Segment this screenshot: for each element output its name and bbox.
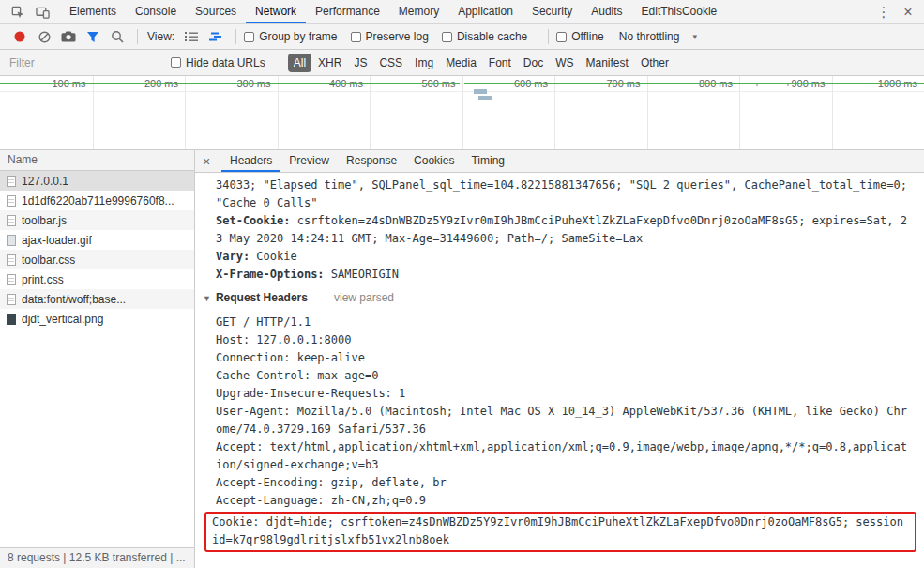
close-details-icon[interactable]: × [203, 154, 220, 169]
tab-network[interactable]: Network [246, 0, 306, 23]
checkbox-box [556, 32, 567, 42]
dom-load-line [464, 83, 924, 84]
filter-pill-group: AllXHRJSCSSImgMediaFontDocWSManifestOthe… [288, 54, 675, 72]
disclosure-triangle-icon: ▼ [203, 294, 211, 303]
headers-content: 34033; "Elapsed time", SQLPanel_sql_time… [195, 173, 924, 568]
timeline-gridline [93, 76, 94, 149]
tab-elements[interactable]: Elements [60, 0, 126, 23]
tab-memory[interactable]: Memory [389, 0, 448, 23]
raw-header-line: Upgrade-Insecure-Requests: 1 [216, 385, 911, 403]
checkbox-group-by-frame[interactable]: Group by frame [244, 30, 337, 43]
tab-performance[interactable]: Performance [306, 0, 389, 23]
tab-application[interactable]: Application [448, 0, 523, 23]
offline-label: Offline [571, 30, 603, 43]
request-name: print.css [22, 273, 64, 286]
checkbox-box [351, 32, 361, 42]
request-name: toolbar.css [22, 253, 75, 267]
inspect-icon[interactable] [6, 1, 30, 23]
request-row[interactable]: toolbar.js [0, 210, 194, 230]
filter-pill-manifest[interactable]: Manifest [581, 54, 634, 72]
filter-input[interactable] [8, 55, 159, 70]
detail-tab-timing[interactable]: Timing [462, 150, 513, 172]
tab-security[interactable]: Security [523, 0, 582, 23]
record-button[interactable] [8, 25, 32, 48]
checkbox-offline[interactable]: Offline [556, 30, 603, 43]
checkbox-disable-cache[interactable]: Disable cache [442, 30, 527, 43]
raw-header-line: Accept-Encoding: gzip, deflate, br [216, 474, 911, 492]
waterfall-bar [474, 89, 487, 94]
screenshot-icon[interactable] [56, 25, 81, 48]
document-file-icon [7, 176, 16, 187]
request-name: 1d1df6220ab711e9996760f8... [22, 194, 174, 207]
timeline-gridline [185, 76, 186, 149]
request-row[interactable]: 1d1df6220ab711e9996760f8... [0, 191, 194, 210]
timeline-gridline [832, 76, 833, 149]
detail-tab-response[interactable]: Response [338, 150, 405, 172]
response-header-line: X-Frame-Options: SAMEORIGIN [216, 266, 911, 284]
filter-pill-xhr[interactable]: XHR [312, 54, 347, 72]
image-file-icon [7, 314, 16, 325]
filter-pill-all[interactable]: All [288, 54, 311, 72]
dropdown-caret-icon: ▾ [692, 32, 697, 41]
detail-tab-preview[interactable]: Preview [280, 150, 338, 172]
request-headers-section[interactable]: ▼Request Headersview parsed [203, 289, 911, 308]
timeline-gridline [739, 76, 740, 149]
raw-header-line: Host: 127.0.0.1:8000 [216, 331, 911, 349]
tab-audits[interactable]: Audits [582, 0, 631, 23]
timeline-overview[interactable]: 100 ms200 ms300 ms400 ms500 ms600 ms700 … [0, 76, 924, 150]
request-row[interactable]: toolbar.css [0, 250, 194, 269]
request-list: 127.0.0.11d1df6220ab711e9996760f8...tool… [0, 171, 194, 329]
network-toolbar: View: Group by framePreserve logDisable … [0, 24, 924, 50]
view-list-icon[interactable] [179, 25, 204, 48]
name-column-label: Name [8, 153, 38, 166]
filter-pill-js[interactable]: JS [348, 54, 372, 72]
request-row[interactable]: print.css [0, 269, 194, 289]
request-row[interactable]: ajax-loader.gif [0, 230, 194, 250]
request-row[interactable]: djdt_vertical.png [0, 309, 194, 329]
response-header-overflow: 34033; "Elapsed time", SQLPanel_sql_time… [216, 177, 911, 212]
filter-icon[interactable] [81, 25, 105, 48]
tab-editthiscookie[interactable]: EditThisCookie [632, 0, 727, 23]
request-headers-label: Request Headers [216, 291, 308, 304]
device-toolbar-icon[interactable] [30, 1, 54, 23]
request-row[interactable]: 127.0.0.1 [0, 171, 194, 191]
header-name: Vary: [216, 250, 250, 263]
search-icon[interactable] [105, 25, 129, 48]
waterfall-bar [478, 96, 492, 100]
filter-pill-ws[interactable]: WS [550, 54, 579, 72]
detail-tab-headers[interactable]: Headers [221, 150, 280, 172]
script-file-icon [7, 215, 16, 226]
timeline-gridline [278, 76, 279, 149]
view-parsed-link[interactable]: view parsed [334, 291, 394, 304]
filter-pill-media[interactable]: Media [440, 54, 482, 72]
devtools-window: ElementsConsoleSourcesNetworkPerformance… [0, 0, 924, 568]
close-devtools-icon[interactable]: × [896, 1, 920, 23]
checkbox-box [442, 32, 452, 42]
filter-pill-other[interactable]: Other [635, 54, 674, 72]
filter-pill-img[interactable]: Img [409, 54, 439, 72]
hide-data-urls-checkbox[interactable]: Hide data URLs [171, 56, 265, 69]
checkbox-label: Group by frame [259, 30, 337, 43]
tab-console[interactable]: Console [126, 0, 186, 23]
image-file-icon [7, 235, 16, 246]
panel-tabs: ElementsConsoleSourcesNetworkPerformance… [60, 0, 726, 23]
request-name: 127.0.0.1 [22, 175, 68, 188]
detail-tab-bar: × HeadersPreviewResponseCookiesTiming [195, 150, 924, 173]
filter-pill-doc[interactable]: Doc [518, 54, 549, 72]
view-overview-icon[interactable] [204, 25, 228, 48]
more-menu-icon[interactable]: ⋮ [871, 1, 896, 23]
requests-summary: 8 requests | 12.5 KB transferred | ... [0, 547, 194, 568]
clear-icon[interactable] [32, 25, 56, 48]
filter-pill-font[interactable]: Font [483, 54, 517, 72]
request-name: toolbar.js [22, 214, 67, 227]
checkbox-preserve-log[interactable]: Preserve log [351, 30, 429, 43]
request-row[interactable]: data:font/woff;base... [0, 289, 194, 309]
stylesheet-file-icon [7, 274, 16, 285]
detail-tab-cookies[interactable]: Cookies [405, 150, 462, 172]
filter-pill-css[interactable]: CSS [373, 54, 408, 72]
name-column-header[interactable]: Name [0, 150, 194, 171]
tab-sources[interactable]: Sources [186, 0, 246, 23]
raw-header-line: Cache-Control: max-age=0 [216, 367, 911, 385]
throttling-select[interactable]: No throttling ▾ [619, 30, 697, 43]
stylesheet-file-icon [7, 254, 16, 266]
